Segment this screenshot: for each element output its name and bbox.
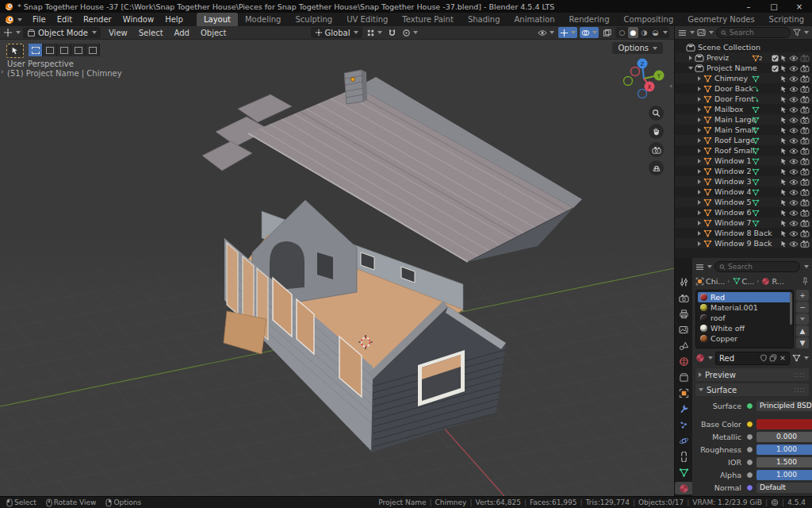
properties-tab-collection[interactable] <box>675 371 692 383</box>
properties-tab-world[interactable] <box>675 355 692 368</box>
chimney[interactable] <box>344 70 367 104</box>
selectable-toggle[interactable] <box>780 208 787 217</box>
hide-eye-toggle[interactable] <box>789 229 799 237</box>
selectable-toggle[interactable] <box>780 105 787 114</box>
expand-arrow[interactable] <box>695 210 703 215</box>
properties-tab-modifiers[interactable] <box>675 402 692 415</box>
workspace-tab-texture-paint[interactable]: Texture Paint <box>395 13 461 26</box>
properties-options-caret[interactable] <box>804 265 809 268</box>
workspace-tab-layout[interactable]: Layout <box>197 13 238 26</box>
select-new-button[interactable] <box>29 44 43 56</box>
copy-icon[interactable] <box>769 354 777 362</box>
outliner-row[interactable]: Mailbox <box>675 104 812 114</box>
select-subtract-button[interactable] <box>57 44 71 56</box>
workspace-tab-modeling[interactable]: Modeling <box>238 13 289 26</box>
render-camera-toggle[interactable] <box>800 53 810 62</box>
render-camera-toggle[interactable] <box>800 125 810 134</box>
xray-toggle[interactable] <box>601 27 613 38</box>
render-camera-toggle[interactable] <box>800 187 810 196</box>
shading-solid-button[interactable]: ● <box>628 27 638 38</box>
hide-eye-toggle[interactable] <box>789 218 799 227</box>
selectable-toggle[interactable] <box>780 74 787 83</box>
properties-tab-particles[interactable] <box>675 418 692 431</box>
outliner-row[interactable]: Window 3 <box>675 176 812 187</box>
add-slot-button[interactable]: + <box>796 290 809 301</box>
render-camera-toggle[interactable] <box>800 64 810 72</box>
outliner-row[interactable]: Chimney <box>675 73 812 83</box>
unlink-x-icon[interactable] <box>779 355 786 361</box>
workspace-tab-rendering[interactable]: Rendering <box>561 13 616 26</box>
transform-orientation-selector[interactable]: Global <box>311 27 363 38</box>
shading-material-button[interactable]: ◑ <box>639 27 649 38</box>
render-camera-toggle[interactable] <box>800 229 810 237</box>
hide-eye-toggle[interactable] <box>789 198 799 206</box>
render-camera-toggle[interactable] <box>800 167 810 175</box>
menu-render[interactable]: Render <box>78 13 117 26</box>
surface-panel-header[interactable]: Surface :::: <box>695 383 809 396</box>
workspace-tab-geometry-nodes[interactable]: Geometry Nodes <box>680 13 761 26</box>
surface-node-field[interactable]: Principled BSDF <box>756 401 812 411</box>
expand-arrow[interactable] <box>695 148 703 153</box>
selectable-toggle[interactable] <box>780 156 787 165</box>
camera-view-button[interactable] <box>649 142 664 157</box>
hide-eye-toggle[interactable] <box>789 105 799 114</box>
shading-wireframe-button[interactable]: ○ <box>617 27 627 38</box>
outliner-filter-image-button[interactable] <box>697 29 714 37</box>
gizmo-neg-z-ball[interactable] <box>638 90 647 98</box>
material-slot[interactable]: roof <box>698 313 791 323</box>
expand-arrow[interactable] <box>695 107 703 112</box>
hide-eye-toggle[interactable] <box>789 136 799 144</box>
outliner-row[interactable]: Roof Large <box>675 135 812 145</box>
render-camera-toggle[interactable] <box>800 94 810 103</box>
expand-arrow[interactable] <box>695 138 703 143</box>
collection-checkbox[interactable] <box>772 64 779 72</box>
selectable-toggle[interactable] <box>780 239 787 248</box>
properties-editor-type-button[interactable] <box>695 264 712 271</box>
menu-file[interactable]: File <box>27 13 52 26</box>
metallic-value-slider[interactable]: 0.000 <box>756 432 812 442</box>
outliner-row[interactable]: Scene Collection <box>675 42 812 52</box>
selectable-toggle[interactable] <box>780 218 787 227</box>
workspace-tab-uv-editing[interactable]: UV Editing <box>339 13 395 26</box>
render-camera-toggle[interactable] <box>800 84 810 93</box>
properties-tab-constraints[interactable] <box>675 450 692 463</box>
viewport-menu-object[interactable]: Object <box>195 26 232 40</box>
selectable-toggle[interactable] <box>780 146 787 155</box>
pan-button[interactable] <box>649 124 664 139</box>
ior-value-slider[interactable]: 1.500 <box>756 457 812 468</box>
selectable-toggle[interactable] <box>780 84 787 93</box>
proportional-editing-toggle[interactable] <box>400 27 419 38</box>
outliner-row[interactable]: Window 8 Back <box>675 228 812 238</box>
selectable-toggle[interactable] <box>780 136 787 144</box>
select-extend-button[interactable] <box>43 44 57 56</box>
workspace-tab-compositing[interactable]: Compositing <box>617 13 681 26</box>
shading-rendered-button[interactable]: ◒ <box>650 27 661 38</box>
material-slot[interactable]: White off <box>698 323 791 333</box>
navigation-gizmo[interactable]: Z Y X <box>611 56 674 104</box>
properties-tab-physics[interactable] <box>675 434 692 447</box>
outliner-row[interactable]: Window 5 <box>675 197 812 207</box>
selectable-toggle[interactable] <box>780 64 787 72</box>
hide-eye-toggle[interactable] <box>789 167 799 175</box>
selectable-toggle[interactable] <box>780 167 787 175</box>
hide-eye-toggle[interactable] <box>789 64 799 72</box>
viewport-canvas[interactable] <box>0 40 674 496</box>
outliner-row[interactable]: Roof Small <box>675 145 812 156</box>
outliner-row[interactable]: Main Small <box>675 125 812 135</box>
material-slot[interactable]: Red <box>698 292 791 302</box>
select-invert-button[interactable] <box>71 44 86 56</box>
expand-arrow[interactable] <box>687 56 695 60</box>
workspace-tab-sculpting[interactable]: Sculpting <box>288 13 339 26</box>
hide-eye-toggle[interactable] <box>789 239 799 248</box>
selectable-toggle[interactable] <box>780 94 787 103</box>
toolbar-expand-arrow[interactable]: › <box>1 67 4 75</box>
render-camera-toggle[interactable] <box>800 198 810 206</box>
alpha-value-slider[interactable]: 1.000 <box>756 470 812 480</box>
node-tree-button[interactable] <box>792 354 809 362</box>
outliner-filter-button[interactable] <box>793 29 809 37</box>
slot-move-down-button[interactable]: ▼ <box>796 337 809 348</box>
expand-arrow[interactable] <box>695 97 703 102</box>
properties-tab-view-layer[interactable] <box>675 323 692 336</box>
slot-move-up-button[interactable]: ▲ <box>796 325 809 337</box>
render-camera-toggle[interactable] <box>800 177 810 186</box>
